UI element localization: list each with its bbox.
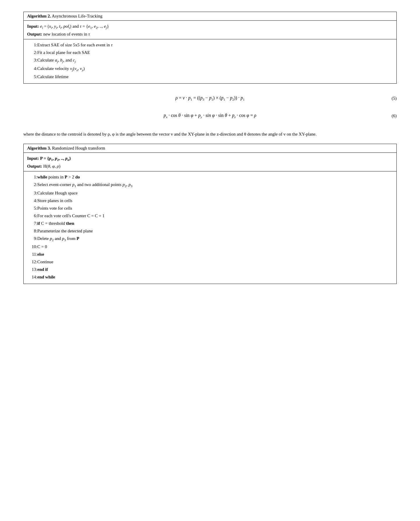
step-number: 11: — [27, 250, 37, 258]
step-row: 13: end if — [27, 266, 393, 273]
algorithm3-label: Algorithm 3. — [27, 146, 51, 150]
algorithm3-io: Input: P = {p1, p2, .., pn} Output: H(θ,… — [24, 153, 396, 171]
step-number: 4: — [27, 65, 37, 73]
step-row: 1: Extract SAE of size 5x5 for each even… — [27, 41, 393, 49]
step-content: Parameterize the detected plane — [37, 227, 393, 235]
equation6-number: (6) — [392, 113, 397, 118]
algorithm2-title: Asynchronous Life-Tracking — [52, 14, 103, 18]
equation6-content: px · cos θ · sin φ + py · sin φ · sin θ … — [23, 113, 397, 119]
step-row: 2: Select event-corner p1 and two additi… — [27, 181, 393, 189]
step-content-store-planes: Store planes in cells — [37, 197, 393, 204]
step-number: 6: — [27, 212, 37, 220]
algorithm2-output: Output: new location of events in τ — [27, 31, 393, 38]
step-row: 12: Continue — [27, 258, 393, 266]
step-number: 1: — [27, 41, 37, 49]
step-number: 13: — [27, 266, 37, 273]
step-row: 5: Calculate lifetime — [27, 73, 393, 80]
step-row: 7: if C = threshold then — [27, 220, 393, 227]
step-number: 9: — [27, 235, 37, 243]
equation5-number: (5) — [392, 96, 397, 101]
step-content: Calculate lifetime — [37, 73, 393, 80]
step-number: 14: — [27, 273, 37, 281]
algorithm3-box: Algorithm 3. Randomized Hough transform … — [23, 144, 397, 284]
step-row: 14: end while — [27, 273, 393, 281]
equation6-block: px · cos θ · sin φ + py · sin φ · sin θ … — [23, 113, 397, 119]
step-row: 3: Calculate Hough space — [27, 189, 393, 197]
step-content: Delete p2 and p3 from P — [37, 235, 393, 243]
step-row: 11: else — [27, 250, 393, 258]
step-content: Calculate aj, bj, and cj — [37, 56, 393, 65]
algorithm2-input: Input: ei = (xi, yi, ti, poli) and τ = {… — [27, 23, 393, 30]
step-content: Points vote for cells — [37, 204, 393, 212]
step-content: C = 0 — [37, 243, 393, 250]
step-content: For each vote cell's Counter C = C + 1 — [37, 212, 393, 220]
algorithm2-label: Algorithm 2. — [27, 14, 51, 18]
algorithm3-output: Output: H(θ, φ, ρ) — [27, 163, 393, 170]
algorithm3-header: Algorithm 3. Randomized Hough transform — [24, 144, 396, 153]
step-number: 4: — [27, 197, 37, 204]
step-content: else — [37, 250, 393, 258]
equation5-content: ρ = v · p1 = ((p3 − p1) × (p1 − p2)) · p… — [23, 95, 397, 101]
step-row: 8: Parameterize the detected plane — [27, 227, 393, 235]
step-row: 4: Calculate velocity vj(vx, vy) — [27, 65, 393, 73]
step-row: 9: Delete p2 and p3 from P — [27, 235, 393, 243]
step-content: end if — [37, 266, 393, 273]
step-number: 8: — [27, 227, 37, 235]
step-content: Select event-corner p1 and two additiona… — [37, 181, 393, 189]
step-row: 1: while points in P > 2 do — [27, 173, 393, 181]
step-content: if C = threshold then — [37, 220, 393, 227]
step-number: 5: — [27, 204, 37, 212]
step-number: 1: — [27, 173, 37, 181]
step-row: 3: Calculate aj, bj, and cj — [27, 56, 393, 65]
step-number: 10: — [27, 243, 37, 250]
algorithm3-steps: 1: while points in P > 2 do 2: Select ev… — [24, 171, 396, 284]
step-row: 4: Store planes in cells — [27, 197, 393, 204]
algorithm2-box: Algorithm 2. Asynchronous Life-Tracking … — [23, 12, 397, 84]
step-row: 6: For each vote cell's Counter C = C + … — [27, 212, 393, 220]
step-content: Calculate Hough space — [37, 189, 393, 197]
equation5-block: ρ = v · p1 = ((p3 − p1) × (p1 − p2)) · p… — [23, 95, 397, 101]
algorithm2-steps: 1: Extract SAE of size 5x5 for each even… — [24, 39, 396, 83]
step-row: 5: Points vote for cells — [27, 204, 393, 212]
step-row: 10: C = 0 — [27, 243, 393, 250]
step-number: 2: — [27, 181, 37, 189]
step-number: 12: — [27, 258, 37, 266]
step-number: 2: — [27, 49, 37, 56]
step-content: while points in P > 2 do — [37, 173, 393, 181]
step-content: Calculate velocity vj(vx, vy) — [37, 65, 393, 73]
description-paragraph: where the distance to the centroid is de… — [23, 131, 397, 138]
algorithm2-header: Algorithm 2. Asynchronous Life-Tracking — [24, 12, 396, 21]
step-row: 2: Fit a local plane for each SAE — [27, 49, 393, 56]
algorithm2-io: Input: ei = (xi, yi, ti, poli) and τ = {… — [24, 21, 396, 39]
step-content: end while — [37, 273, 393, 281]
algorithm3-input: Input: P = {p1, p2, .., pn} — [27, 155, 393, 162]
step-number: 3: — [27, 189, 37, 197]
step-number: 7: — [27, 220, 37, 227]
step-content: Fit a local plane for each SAE — [37, 49, 393, 56]
algorithm3-title: Randomized Hough transform — [52, 146, 105, 150]
step-number: 3: — [27, 56, 37, 65]
step-content: Continue — [37, 258, 393, 266]
step-content: Extract SAE of size 5x5 for each event i… — [37, 41, 393, 49]
step-number: 5: — [27, 73, 37, 80]
